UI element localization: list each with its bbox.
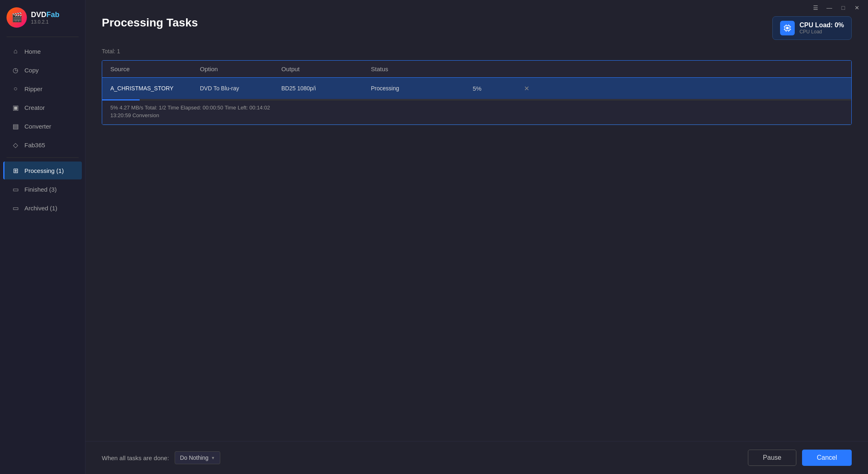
sidebar-divider xyxy=(7,37,79,37)
sidebar-item-label: Ripper xyxy=(24,85,42,92)
sidebar-item-label: Finished (3) xyxy=(24,186,57,193)
sidebar-item-label: Fab365 xyxy=(24,142,45,149)
task-option: DVD To Blu-ray xyxy=(200,85,281,92)
pause-button[interactable]: Pause xyxy=(748,450,796,466)
fab365-icon: ◇ xyxy=(11,141,20,149)
col-percent xyxy=(473,66,522,72)
archived-icon: ▭ xyxy=(11,204,20,212)
sidebar-divider-2 xyxy=(7,157,79,158)
bottom-bar: When all tasks are done: Do Nothing ▼ Pa… xyxy=(85,441,868,474)
cpu-load-sub: CPU Load xyxy=(800,29,844,35)
action-buttons: Pause Cancel xyxy=(748,450,852,466)
task-table: Source Option Output Status A_CHRISTMAS_… xyxy=(102,60,852,125)
logo-version: 13.0.2.1 xyxy=(31,19,59,25)
page-title: Processing Tasks xyxy=(102,16,198,29)
col-output: Output xyxy=(281,66,371,72)
task-row-main: A_CHRISTMAS_STORY DVD To Blu-ray BD25 10… xyxy=(102,78,851,99)
task-output: BD25 1080p/i xyxy=(281,85,371,92)
logo-text: DVDFab 13.0.2.1 xyxy=(31,11,59,25)
sidebar-item-label: Home xyxy=(24,48,41,55)
sidebar-item-label: Processing (1) xyxy=(24,167,64,174)
logo-brand: DVDFab xyxy=(31,11,59,19)
when-done-dropdown[interactable]: Do Nothing ▼ xyxy=(175,451,220,464)
col-status: Status xyxy=(371,66,473,72)
sidebar-nav: ⌂ Home ◷ Copy ○ Ripper ▣ Creator ▤ Conve… xyxy=(0,39,85,221)
creator-icon: ▣ xyxy=(11,103,20,111)
titlebar-minimize-button[interactable]: — xyxy=(823,3,835,12)
sidebar-item-copy[interactable]: ◷ Copy xyxy=(3,61,82,79)
table-row: A_CHRISTMAS_STORY DVD To Blu-ray BD25 10… xyxy=(102,78,851,125)
sidebar-item-home[interactable]: ⌂ Home xyxy=(3,42,82,60)
total-label: Total: 1 xyxy=(102,48,852,55)
titlebar-menu-button[interactable]: ☰ xyxy=(809,3,822,12)
titlebar-maximize-button[interactable]: □ xyxy=(837,3,849,12)
cancel-button[interactable]: Cancel xyxy=(802,450,852,466)
sidebar-item-ripper[interactable]: ○ Ripper xyxy=(3,80,82,98)
progress-bar-container xyxy=(102,99,851,100)
task-table-area: Source Option Output Status A_CHRISTMAS_… xyxy=(102,60,852,429)
col-option: Option xyxy=(200,66,281,72)
sidebar-item-processing[interactable]: ⊞ Processing (1) xyxy=(3,162,82,179)
sidebar-item-finished[interactable]: ▭ Finished (3) xyxy=(3,180,82,198)
task-detail-log: 13:20:59 Conversion xyxy=(110,112,843,118)
sidebar-item-label: Archived (1) xyxy=(24,205,57,212)
svg-rect-1 xyxy=(786,27,789,29)
processing-icon: ⊞ xyxy=(11,166,20,175)
finished-icon: ▭ xyxy=(11,185,20,193)
cpu-info: CPU Load: 0% CPU Load xyxy=(800,22,844,35)
titlebar-close-button[interactable]: ✕ xyxy=(851,3,863,12)
when-done-area: When all tasks are done: Do Nothing ▼ xyxy=(102,451,220,464)
sidebar-item-label: Copy xyxy=(24,67,39,74)
sidebar-item-creator[interactable]: ▣ Creator xyxy=(3,98,82,116)
cpu-icon xyxy=(780,21,795,35)
sidebar: 🎬 DVDFab 13.0.2.1 ⌂ Home ◷ Copy ○ Ripper… xyxy=(0,0,85,474)
logo-area: 🎬 DVDFab 13.0.2.1 xyxy=(0,0,85,35)
task-detail-stats: 5% 4.27 MB/s Total: 1/2 Time Elapsed: 00… xyxy=(110,105,843,111)
task-detail: 5% 4.27 MB/s Total: 1/2 Time Elapsed: 00… xyxy=(102,100,851,125)
task-percent: 5% xyxy=(473,85,522,92)
col-action xyxy=(522,66,546,72)
sidebar-item-converter[interactable]: ▤ Converter xyxy=(3,117,82,135)
page-header: Processing Tasks xyxy=(102,16,852,40)
sidebar-item-label: Converter xyxy=(24,123,51,130)
sidebar-item-fab365[interactable]: ◇ Fab365 xyxy=(3,136,82,154)
main-content: ☰ — □ ✕ Processing Tasks xyxy=(85,0,868,474)
progress-bar-fill xyxy=(102,99,140,100)
sidebar-item-archived[interactable]: ▭ Archived (1) xyxy=(3,199,82,217)
task-status: Processing xyxy=(371,85,473,92)
sidebar-item-label: Creator xyxy=(24,104,45,111)
table-header: Source Option Output Status xyxy=(102,61,851,78)
task-source: A_CHRISTMAS_STORY xyxy=(110,85,200,92)
dropdown-value: Do Nothing xyxy=(180,454,208,461)
titlebar: ☰ — □ ✕ xyxy=(804,0,868,15)
task-remove-button[interactable]: ✕ xyxy=(522,83,531,93)
copy-icon: ◷ xyxy=(11,66,20,74)
when-done-label: When all tasks are done: xyxy=(102,454,169,461)
home-icon: ⌂ xyxy=(11,47,20,55)
content-area: Processing Tasks xyxy=(85,0,868,441)
ripper-icon: ○ xyxy=(11,85,20,93)
converter-icon: ▤ xyxy=(11,122,20,130)
chevron-down-icon: ▼ xyxy=(211,456,215,460)
logo-icon: 🎬 xyxy=(7,7,27,28)
cpu-load-label: CPU Load: 0% xyxy=(800,22,844,29)
col-source: Source xyxy=(110,66,200,72)
cpu-badge: CPU Load: 0% CPU Load xyxy=(772,16,852,40)
